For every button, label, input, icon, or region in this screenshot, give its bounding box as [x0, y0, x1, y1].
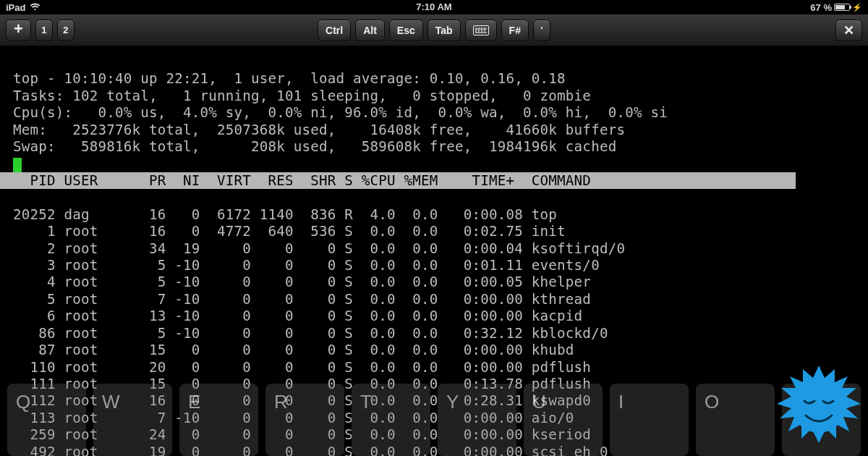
keyboard-icon	[473, 25, 489, 35]
process-row: 20252 dag 16 0 6172 1140 836 R 4.0 0.0 0…	[13, 206, 557, 223]
esc-key-button[interactable]: Esc	[389, 20, 423, 41]
process-row: 111 root 15 0 0 0 0 S 0.0 0.0 0:13.78 pd…	[13, 376, 591, 392]
process-table-header: PID USER PR NI VIRT RES SHR S %CPU %MEM …	[0, 172, 796, 189]
process-row: 3 root 5 -10 0 0 0 S 0.0 0.0 0:01.11 eve…	[13, 257, 600, 274]
top-summary-line-2: Tasks: 102 total, 1 running, 101 sleepin…	[13, 88, 591, 104]
svg-point-1	[791, 378, 846, 433]
battery-percent: 67 %	[810, 2, 832, 13]
process-row: 5 root 7 -10 0 0 0 S 0.0 0.0 0:00.00 kth…	[13, 291, 591, 308]
top-summary-line-5: Swap: 589816k total, 208k used, 589608k …	[13, 138, 616, 155]
function-keys-button[interactable]: F#	[501, 20, 529, 41]
process-row: 113 root 7 -10 0 0 0 S 0.0 0.0 0:00.00 a…	[13, 410, 574, 426]
tab-key-button[interactable]: Tab	[427, 20, 461, 41]
clock: 7:10 AM	[416, 1, 451, 12]
app-toolbar: + 1 2 Ctrl Alt Esc Tab F# ' ✕	[0, 14, 868, 46]
wifi-icon	[30, 3, 41, 12]
process-row: 492 root 19 0 0 0 0 S 0.0 0.0 0:00.00 sc…	[13, 444, 608, 456]
close-button[interactable]: ✕	[835, 20, 862, 41]
terminal-output[interactable]: top - 10:10:40 up 22:21, 1 user, load av…	[0, 46, 868, 456]
device-label: iPad	[6, 2, 25, 13]
process-row: 112 root 16 0 0 0 0 S 0.0 0.0 0:28.31 ks…	[13, 392, 591, 409]
terminal-cursor	[13, 158, 22, 172]
ios-status-bar: iPad 7:10 AM 67 % ⚡	[0, 0, 868, 14]
top-summary-line-4: Mem: 2523776k total, 2507368k used, 1640…	[13, 122, 625, 138]
process-row: 4 root 5 -10 0 0 0 S 0.0 0.0 0:00.05 khe…	[13, 274, 591, 290]
top-summary-line-3: Cpu(s): 0.0% us, 4.0% sy, 0.0% ni, 96.0%…	[13, 104, 668, 121]
battery-icon	[834, 4, 850, 11]
top-summary-line-1: top - 10:10:40 up 22:21, 1 user, load av…	[13, 70, 566, 87]
process-row: 259 root 24 0 0 0 0 S 0.0 0.0 0:00.00 ks…	[13, 426, 591, 443]
ctrl-key-button[interactable]: Ctrl	[318, 20, 351, 41]
session-tab-1[interactable]: 1	[35, 20, 53, 41]
toggle-keyboard-button[interactable]	[465, 20, 497, 41]
process-row: 110 root 20 0 0 0 0 S 0.0 0.0 0:00.00 pd…	[13, 359, 591, 376]
charging-icon: ⚡	[852, 3, 862, 12]
new-session-button[interactable]: +	[6, 20, 31, 41]
apostrophe-key-button[interactable]: '	[533, 20, 550, 41]
alt-key-button[interactable]: Alt	[355, 20, 385, 41]
session-tab-2[interactable]: 2	[57, 20, 75, 41]
process-row: 86 root 5 -10 0 0 0 S 0.0 0.0 0:32.12 kb…	[13, 325, 608, 342]
battery-indicator: 67 % ⚡	[810, 2, 862, 13]
process-row: 2 root 34 19 0 0 0 S 0.0 0.0 0:00.04 kso…	[13, 240, 625, 257]
mascot-icon	[775, 363, 862, 450]
process-row: 6 root 13 -10 0 0 0 S 0.0 0.0 0:00.00 ka…	[13, 308, 582, 324]
process-row: 1 root 16 0 4772 640 536 S 0.0 0.0 0:02.…	[13, 223, 566, 240]
process-row: 87 root 15 0 0 0 0 S 0.0 0.0 0:00.00 khu…	[13, 342, 574, 358]
